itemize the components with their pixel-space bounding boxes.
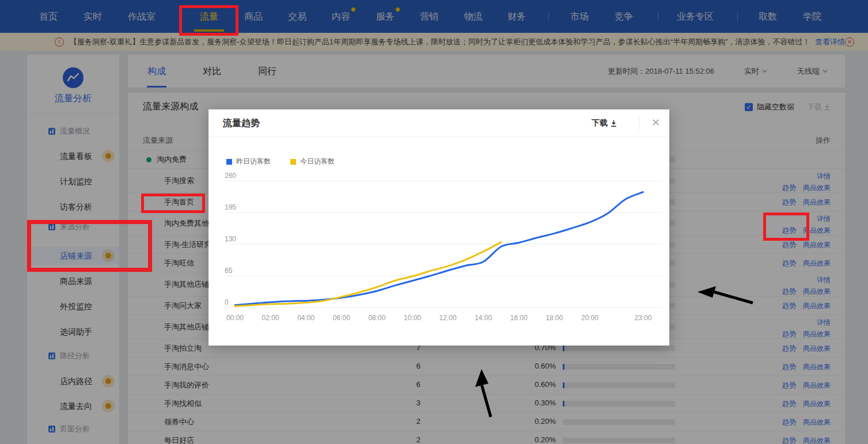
- modal-download-button[interactable]: 下载: [592, 118, 617, 128]
- legend-swatch: [226, 159, 232, 165]
- svg-text:0: 0: [225, 298, 229, 306]
- svg-text:10:00: 10:00: [404, 314, 421, 322]
- svg-text:23:00: 23:00: [634, 314, 651, 322]
- svg-text:130: 130: [225, 235, 236, 243]
- chart-legend: 昨日访客数今日访客数: [226, 157, 354, 166]
- svg-text:00:00: 00:00: [226, 314, 244, 322]
- modal-header: 流量趋势 下载 ✕: [209, 109, 669, 137]
- svg-text:04:00: 04:00: [297, 314, 314, 322]
- modal-close-icon[interactable]: ✕: [651, 116, 660, 129]
- svg-text:20:00: 20:00: [581, 314, 598, 322]
- svg-text:65: 65: [225, 267, 233, 275]
- svg-text:08:00: 08:00: [368, 314, 385, 322]
- download-icon: [610, 120, 617, 127]
- traffic-trend-modal: 流量趋势 下载 ✕ 昨日访客数今日访客数 06513019526000:0002…: [209, 109, 669, 346]
- legend-item-昨日访客数[interactable]: 昨日访客数: [226, 157, 271, 166]
- svg-text:12:00: 12:00: [439, 314, 457, 322]
- legend-item-今日访客数[interactable]: 今日访客数: [290, 157, 335, 166]
- legend-label: 今日访客数: [300, 157, 335, 166]
- svg-text:18:00: 18:00: [545, 314, 563, 322]
- svg-text:195: 195: [225, 203, 236, 211]
- svg-text:14:00: 14:00: [475, 314, 492, 322]
- app-root: 首页实时作战室流量商品交易内容服务营销物流财务市场竞争业务专区取数学院 ! 【服…: [0, 0, 868, 444]
- svg-text:16:00: 16:00: [510, 314, 528, 322]
- series-昨日访客数: [235, 192, 643, 305]
- modal-title: 流量趋势: [223, 117, 260, 130]
- svg-text:02:00: 02:00: [262, 314, 279, 322]
- traffic-trend-chart: 06513019526000:0002:0004:0006:0008:0010:…: [209, 109, 669, 346]
- svg-text:260: 260: [225, 172, 236, 180]
- legend-swatch: [290, 159, 296, 165]
- legend-label: 昨日访客数: [236, 157, 271, 166]
- svg-text:06:00: 06:00: [333, 314, 350, 322]
- series-今日访客数: [235, 242, 501, 306]
- divider: [639, 116, 639, 130]
